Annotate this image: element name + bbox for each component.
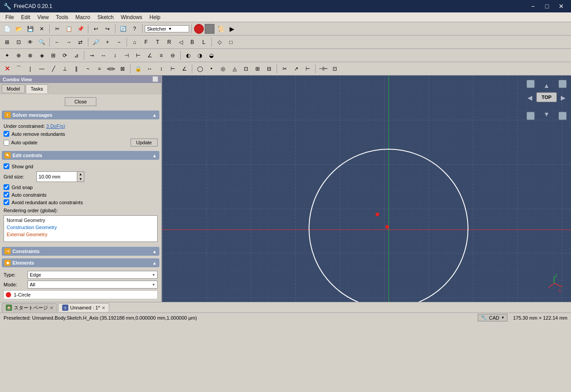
copy-button[interactable]: 📋 (63, 24, 74, 34)
cut-button[interactable]: ✂ (52, 24, 63, 34)
ortho-btn[interactable]: □ (226, 37, 236, 48)
elements-collapse-btn[interactable]: ▲ (152, 261, 157, 265)
sketch-tool-5[interactable]: ⊞ (48, 50, 59, 61)
ext-tool[interactable]: ◬ (229, 63, 240, 74)
view-menu-button[interactable]: 👁 (25, 37, 36, 48)
view-sel-button[interactable]: 🔍 (36, 37, 47, 48)
sketch-tool-6[interactable]: ⟳ (59, 50, 70, 61)
avoid-redundant-checkbox[interactable] (4, 199, 9, 205)
maximize-button[interactable]: □ (541, 0, 553, 12)
render-construction-item[interactable]: Construction Geometry (5, 224, 156, 231)
point-tool[interactable]: • (206, 63, 217, 74)
geo-btn-2[interactable]: ◑ (194, 50, 205, 61)
menu-item-help[interactable]: Help (146, 13, 164, 21)
tab-unnamed-close-button[interactable]: ✕ (102, 305, 105, 310)
dist-tool[interactable]: ⊢ (167, 63, 178, 74)
grid-size-input[interactable] (37, 172, 77, 182)
elements-header[interactable]: ◈ Elements ▲ (2, 258, 159, 267)
combo-expand-icon[interactable]: ⬜ (152, 76, 159, 82)
update-button[interactable]: Update (131, 139, 158, 147)
sketch-tool-4[interactable]: ◈ (36, 50, 47, 61)
hdist-tool[interactable]: ↔ (144, 63, 155, 74)
constraint-btn-5[interactable]: ⊢ (133, 50, 143, 61)
cube-corner-br[interactable] (559, 112, 567, 120)
rear-view-button[interactable]: ◁ (175, 37, 186, 48)
tab-tasks[interactable]: Tasks (26, 84, 48, 93)
left-view-button[interactable]: L (198, 37, 209, 48)
fwd-button[interactable]: → (63, 37, 74, 48)
constraint-btn-2[interactable]: ↔ (98, 50, 109, 61)
play-button[interactable]: ▶ (227, 24, 237, 34)
home-view-button[interactable]: ⌂ (129, 37, 140, 48)
close-sketch-button[interactable]: ✕ (2, 63, 12, 74)
canvas-area[interactable]: ▲ ▼ ◀ ▶ TOP X Z (162, 75, 571, 302)
back-button[interactable]: ← (52, 37, 63, 48)
constraint-btn-3[interactable]: ↕ (110, 50, 120, 61)
record-button[interactable] (194, 24, 204, 34)
sync-button[interactable]: ⇄ (75, 37, 86, 48)
menu-item-edit[interactable]: Edit (17, 13, 34, 21)
nav-up-button[interactable]: ▲ (543, 82, 550, 89)
fit-sel-button[interactable]: ⊡ (13, 37, 24, 48)
menu-item-tools[interactable]: Tools (52, 13, 72, 21)
zoom-out-button[interactable]: − (114, 37, 124, 48)
new-button[interactable]: 📄 (2, 24, 12, 34)
camera-tool[interactable]: ⊡ (329, 63, 340, 74)
sym-tool[interactable]: ⊲⊳ (106, 63, 116, 74)
open-button[interactable]: 📂 (13, 24, 24, 34)
nav-right-button[interactable]: ▶ (561, 94, 566, 101)
sketch-tool-1[interactable]: ✦ (2, 50, 12, 61)
front-view-button[interactable]: F (141, 37, 151, 48)
fit-all-button[interactable]: ⊞ (2, 37, 12, 48)
arc-tool[interactable]: ⌒ (13, 63, 24, 74)
auto-constraints-checkbox[interactable] (4, 192, 9, 198)
tab-model[interactable]: Model (2, 84, 25, 93)
extend-tool[interactable]: ↗ (291, 63, 301, 74)
trim-tool[interactable]: ✂ (279, 63, 290, 74)
zoom-btn[interactable]: 🔎 (91, 37, 101, 48)
close-window-button[interactable]: ✕ (555, 0, 567, 12)
render-normal-item[interactable]: Normal Geometry (5, 217, 156, 224)
redo-button[interactable]: ↪ (102, 24, 113, 34)
line-tool[interactable]: | (25, 63, 36, 74)
save-button[interactable]: 💾 (25, 24, 36, 34)
menu-item-macro[interactable]: Macro (72, 13, 94, 21)
menu-item-sketch[interactable]: Sketch (94, 13, 117, 21)
intern-tool[interactable]: ◎ (218, 63, 228, 74)
top-view-cube-button[interactable]: TOP (536, 92, 557, 102)
vdist-tool[interactable]: ↕ (156, 63, 167, 74)
menu-item-file[interactable]: File (2, 13, 17, 21)
zoom-in-button[interactable]: + (102, 37, 113, 48)
solver-messages-header[interactable]: ! Solver messages ▲ (2, 111, 159, 119)
tab-startpage[interactable]: 🏠 スタートページ ✕ (2, 303, 57, 312)
dof-link[interactable]: 3 DoF(s) (46, 123, 65, 129)
radius-tool[interactable]: ◯ (194, 63, 205, 74)
cad-badge[interactable]: 🔧 CAD ▼ (478, 314, 508, 321)
minimize-button[interactable]: − (527, 0, 539, 12)
fix-tool[interactable]: 🔒 (133, 63, 143, 74)
nav-down-button[interactable]: ▼ (543, 111, 550, 118)
bottom-view-button[interactable]: B (187, 37, 198, 48)
help-button[interactable]: ? (129, 24, 140, 34)
element-circle-item[interactable]: 1-Circle (4, 290, 158, 299)
tangent-tool[interactable]: ~ (83, 63, 93, 74)
sketch-tool-3[interactable]: ⊗ (25, 50, 36, 61)
grid-size-spinbox[interactable]: ▲ ▼ (36, 171, 84, 182)
mirror-tool[interactable]: ⊣⊢ (318, 63, 329, 74)
auto-update-checkbox[interactable] (4, 140, 9, 146)
geo-btn-1[interactable]: ◐ (183, 50, 194, 61)
render-external-item[interactable]: External Geometry (5, 231, 156, 238)
cube-corner-bl[interactable] (527, 112, 535, 120)
solver-collapse-btn[interactable]: ▲ (152, 113, 157, 118)
top-view-button[interactable]: T (152, 37, 163, 48)
block-tool[interactable]: ⊠ (117, 63, 128, 74)
sketch-tool-7[interactable]: ⊿ (71, 50, 82, 61)
geo-btn-3[interactable]: ◒ (206, 50, 217, 61)
angle-tool-2[interactable]: ∠ (179, 63, 190, 74)
copy-tool[interactable]: ⊡ (241, 63, 251, 74)
undo-button[interactable]: ↩ (91, 24, 101, 34)
perspective-btn[interactable]: ◇ (214, 37, 225, 48)
tab-startpage-close-button[interactable]: ✕ (50, 305, 53, 310)
spin-down-button[interactable]: ▼ (77, 177, 84, 182)
show-grid-checkbox[interactable] (4, 163, 9, 169)
